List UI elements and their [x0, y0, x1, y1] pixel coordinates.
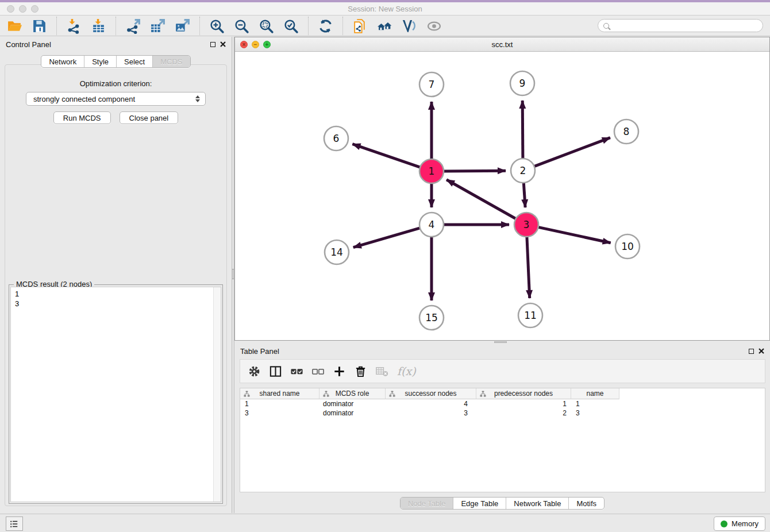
window-title: Session: New Session: [0, 5, 770, 13]
graph-node-3[interactable]: 3: [514, 213, 538, 237]
result-scrollbar[interactable]: [213, 287, 221, 502]
tab-motifs[interactable]: Motifs: [568, 498, 604, 509]
apply-layout-icon[interactable]: [313, 17, 338, 35]
deselect-all-icon[interactable]: [309, 363, 327, 380]
table-row[interactable]: 3dominator323: [240, 408, 765, 418]
column-header-successor-nodes[interactable]: successor nodes: [386, 388, 476, 399]
edge-3-to-11[interactable]: [527, 237, 530, 298]
tab-mcds[interactable]: MCDS: [152, 56, 190, 67]
splitter-grip[interactable]: [232, 269, 234, 279]
cell-mcds-role[interactable]: dominator: [319, 400, 386, 408]
graph-node-1[interactable]: 1: [419, 159, 444, 183]
edge-2-to-9[interactable]: [522, 101, 523, 159]
network-canvas[interactable]: 7968124314101511: [235, 52, 769, 340]
optimization-criterion-label: Optimization criterion:: [5, 79, 226, 88]
graph-node-10[interactable]: 10: [615, 234, 640, 259]
graph-node-7[interactable]: 7: [419, 72, 444, 97]
graph-node-6[interactable]: 6: [324, 126, 348, 151]
graph-node-15[interactable]: 15: [419, 306, 444, 330]
close-panel-button[interactable]: Close panel: [120, 111, 179, 124]
zoom-in-icon[interactable]: [205, 17, 229, 35]
table-tabs: Node TableEdge TableNetwork TableMotifs: [400, 497, 605, 510]
splitter-grip[interactable]: [494, 341, 507, 343]
edge-4-to-14[interactable]: [353, 228, 420, 248]
network-window-titlebar[interactable]: scc.txt: [235, 37, 769, 52]
tab-node-table[interactable]: Node Table: [401, 498, 453, 509]
svg-text:2: 2: [520, 165, 526, 176]
column-visibility-icon[interactable]: [267, 363, 284, 380]
table-row[interactable]: 1dominator411: [240, 399, 765, 408]
run-mcds-button[interactable]: Run MCDS: [53, 111, 111, 124]
import-table-icon[interactable]: [86, 17, 111, 35]
graph-node-2[interactable]: 2: [511, 159, 535, 183]
vizmapper-icon[interactable]: [397, 17, 422, 35]
tab-network[interactable]: Network: [41, 56, 84, 67]
close-panel-icon[interactable]: [220, 41, 226, 47]
task-history-icon[interactable]: [6, 516, 23, 531]
cell-name[interactable]: 1: [571, 400, 619, 408]
tab-select[interactable]: Select: [116, 56, 152, 67]
graph-node-9[interactable]: 9: [510, 71, 534, 95]
column-header-predecessor-nodes[interactable]: predecessor nodes: [476, 388, 571, 399]
cell-predecessor-nodes[interactable]: 2: [476, 409, 571, 417]
edge-1-to-2[interactable]: [444, 171, 506, 171]
network-file-icon[interactable]: [348, 17, 372, 35]
cell-successor-nodes[interactable]: 3: [386, 409, 476, 417]
select-all-icon[interactable]: [288, 363, 306, 380]
export-image-icon[interactable]: [170, 17, 195, 35]
window-titlebar: Session: New Session: [0, 0, 770, 16]
edge-3-to-10[interactable]: [538, 227, 611, 242]
cell-shared-name[interactable]: 3: [240, 409, 319, 417]
show-hide-panel-icon[interactable]: [422, 17, 446, 35]
svg-text:8: 8: [623, 126, 630, 137]
graph-node-8[interactable]: 8: [614, 119, 638, 144]
criterion-select[interactable]: strongly connected component: [26, 92, 206, 106]
float-panel-icon[interactable]: [210, 42, 215, 47]
cell-predecessor-nodes[interactable]: 1: [476, 400, 571, 408]
cell-mcds-role[interactable]: dominator: [319, 409, 386, 417]
delete-column-icon[interactable]: [352, 363, 369, 380]
edge-3-to-1[interactable]: [446, 180, 516, 219]
import-network-icon[interactable]: [61, 17, 86, 35]
function-builder-icon[interactable]: f(x): [397, 365, 416, 377]
zoom-fit-icon[interactable]: [254, 17, 279, 35]
tab-style[interactable]: Style: [84, 56, 116, 67]
graph-node-11[interactable]: 11: [518, 303, 542, 327]
mcds-result-text[interactable]: 13: [10, 287, 221, 502]
zoom-selected-icon[interactable]: [279, 17, 303, 35]
minimize-network-icon[interactable]: [252, 41, 259, 48]
cell-successor-nodes[interactable]: 4: [386, 400, 476, 408]
network-graph[interactable]: 7968124314101511: [235, 52, 769, 340]
zoom-out-icon[interactable]: [229, 17, 254, 35]
graph-node-14[interactable]: 14: [325, 240, 349, 264]
tab-network-table[interactable]: Network Table: [506, 498, 568, 509]
column-header-shared-name[interactable]: shared name: [240, 388, 319, 399]
float-panel-icon[interactable]: [749, 349, 754, 354]
close-panel-icon[interactable]: [759, 348, 764, 354]
graph-node-4[interactable]: 4: [419, 213, 444, 237]
search-input[interactable]: [612, 20, 763, 32]
add-column-icon[interactable]: [330, 363, 348, 380]
edge-2-to-8[interactable]: [534, 138, 610, 167]
edge-2-to-3[interactable]: [523, 183, 525, 207]
open-session-icon[interactable]: [2, 17, 27, 35]
memory-button[interactable]: Memory: [714, 516, 765, 531]
export-network-icon[interactable]: [121, 17, 145, 35]
search-box[interactable]: [598, 19, 763, 32]
edge-1-to-6[interactable]: [352, 144, 420, 168]
table-tab-strip: Node TableEdge TableNetwork TableMotifs: [234, 497, 770, 510]
svg-text:10: 10: [621, 241, 634, 252]
settings-gear-icon[interactable]: [245, 363, 263, 380]
save-session-icon[interactable]: [27, 17, 52, 35]
cell-name[interactable]: 3: [571, 409, 619, 417]
tab-edge-table[interactable]: Edge Table: [453, 498, 506, 509]
column-header-name[interactable]: name: [571, 388, 619, 399]
home-icon[interactable]: [372, 17, 397, 35]
column-header-mcds-role[interactable]: MCDS role: [319, 388, 386, 399]
close-network-icon[interactable]: [240, 41, 248, 48]
table-toolbar-icons: [245, 363, 391, 380]
maximize-network-icon[interactable]: [263, 41, 271, 48]
delete-table-icon[interactable]: [373, 363, 391, 380]
cell-shared-name[interactable]: 1: [240, 400, 319, 408]
export-table-icon[interactable]: [145, 17, 170, 35]
